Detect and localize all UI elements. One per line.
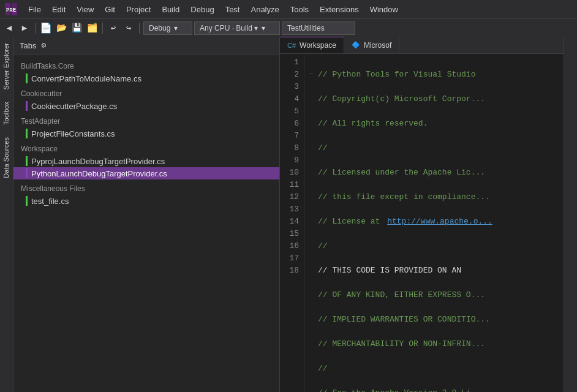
file-indicator-purple [26, 101, 28, 111]
fold-2 [309, 93, 315, 105]
editor-tab-bar: C# Workspace 🔷 Microsof [280, 37, 564, 54]
new-file-button[interactable]: 📄 [39, 21, 53, 35]
menu-git[interactable]: Git [100, 2, 120, 17]
back-button[interactable]: ◀ [2, 21, 16, 35]
code-line-2: // Copyright(c) Microsoft Corpor... [309, 93, 559, 105]
code-line-14: // See the Apache Version 2.0 Li... [309, 387, 559, 392]
code-line-12: // MERCHANTABILITY OR NON-INFRIN... [309, 338, 559, 350]
group-workspace: Workspace [13, 140, 279, 155]
save-button[interactable]: 💾 [70, 21, 83, 35]
code-line-9: // THIS CODE IS PROVIDED ON AN [309, 265, 559, 277]
menu-build[interactable]: Build [157, 2, 184, 17]
editor-tab-workspace[interactable]: C# Workspace [280, 37, 344, 53]
code-line-13: // [309, 363, 559, 375]
fold-10 [309, 289, 315, 301]
group-buildtasks: BuildTasks.Core [13, 57, 279, 72]
app-logo: PRE [2, 1, 20, 18]
menu-tools[interactable]: Tools [285, 2, 314, 17]
code-line-4: // [309, 142, 559, 154]
fold-14 [309, 387, 315, 392]
tab-label-workspace: Workspace [300, 41, 336, 50]
config-dropdown[interactable]: Debug ▾ [143, 21, 192, 35]
save-all-button[interactable]: 🗂️ [85, 21, 99, 35]
fold-4 [309, 142, 315, 154]
tabs-header: Tabs ⚙ [13, 37, 279, 55]
toolbar-sep-1 [35, 23, 36, 34]
fold-3 [309, 118, 315, 130]
forward-button[interactable]: ▶ [18, 21, 31, 35]
menu-project[interactable]: Project [121, 2, 156, 17]
redo-button[interactable]: ↪ [122, 21, 135, 35]
platform-dropdown[interactable]: Any CPU · Build ▾ ▾ [194, 21, 280, 35]
fold-1[interactable]: − [309, 69, 315, 81]
file-tree: BuildTasks.Core ConvertPathToModuleName.… [13, 55, 279, 392]
code-line-10: // OF ANY KIND, EITHER EXPRESS O... [309, 289, 559, 301]
code-line-1: −// Python Tools for Visual Studio [309, 69, 559, 81]
fold-6 [309, 191, 315, 203]
group-misc: Miscellaneous Files [13, 179, 279, 195]
undo-button[interactable]: ↩ [107, 21, 120, 35]
tree-item-convertpath[interactable]: ConvertPathToModuleName.cs [13, 72, 279, 85]
editor-tab-microsoft[interactable]: 🔷 Microsof [344, 37, 399, 53]
toolbar-sep-3 [139, 23, 140, 34]
code-line-11: // IMPLIED WARRANTIES OR CONDITIO... [309, 314, 559, 326]
tabs-gear-icon[interactable]: ⚙ [41, 40, 46, 50]
fold-12 [309, 338, 315, 350]
data-sources-tab[interactable]: Data Sources [0, 131, 13, 184]
code-line-3: // All rights reserved. [309, 118, 559, 130]
toolbar-sep-2 [102, 23, 103, 34]
main-area: Server Explorer Toolbox Data Sources Tab… [0, 37, 577, 392]
editor-content: 1 2 3 4 5 6 7 8 9 10 11 12 13 14 15 16 1… [280, 54, 564, 392]
toolbar: ◀ ▶ 📄 📂 💾 🗂️ ↩ ↪ Debug ▾ Any CPU · Build… [0, 18, 577, 37]
menu-analyze[interactable]: Analyze [246, 2, 284, 17]
menu-debug[interactable]: Debug [186, 2, 219, 17]
menu-window[interactable]: Window [365, 2, 403, 17]
svg-text:PRE: PRE [6, 7, 17, 13]
menu-test[interactable]: Test [221, 2, 245, 17]
code-line-7: // License at http://www.apache.o... [309, 216, 559, 228]
menu-view[interactable]: View [72, 2, 99, 17]
menu-extensions[interactable]: Extensions [315, 2, 364, 17]
server-explorer-tab[interactable]: Server Explorer [0, 37, 13, 96]
open-button[interactable]: 📂 [55, 21, 68, 35]
tab-label-microsoft: Microsof [364, 41, 391, 50]
toolbox-tab[interactable]: Toolbox [0, 96, 13, 131]
menu-bar: PRE File Edit View Git Project Build Deb… [0, 0, 577, 18]
file-indicator-green-4 [26, 196, 28, 206]
file-indicator-green-3 [26, 156, 28, 166]
line-numbers: 1 2 3 4 5 6 7 8 9 10 11 12 13 14 15 16 1… [280, 54, 304, 392]
tree-item-cookiecutter-pkg[interactable]: CookiecutterPackage.cs [13, 100, 279, 112]
right-panel [564, 37, 577, 392]
fold-11 [309, 314, 315, 326]
tree-item-python-launch-active[interactable]: PythonLaunchDebugTargetProvider.cs [13, 167, 279, 179]
fold-5 [309, 167, 315, 179]
code-line-5: // Licensed under the Apache Lic... [309, 167, 559, 179]
vertical-tabs-left: Server Explorer Toolbox Data Sources [0, 37, 13, 392]
menu-edit[interactable]: Edit [47, 2, 70, 17]
code-line-6: // this file except in compliance... [309, 191, 559, 203]
tree-item-projectfileconstants[interactable]: ProjectFileConstants.cs [13, 127, 279, 140]
fold-8 [309, 240, 315, 252]
tree-item-test-file[interactable]: test_file.cs [13, 195, 279, 207]
tab-cs-icon: C# [287, 42, 296, 49]
fold-7 [309, 216, 315, 228]
project-dropdown[interactable]: TestUtilities [282, 21, 355, 35]
group-testadapter: TestAdapter [13, 112, 279, 127]
group-cookiecutter: Cookiecutter [13, 85, 279, 100]
side-panel: Tabs ⚙ BuildTasks.Core ConvertPathToModu… [13, 37, 280, 392]
file-indicator-green-2 [26, 129, 28, 138]
fold-13 [309, 363, 315, 375]
tab-ms-icon: 🔷 [352, 41, 360, 49]
tabs-title: Tabs [20, 41, 36, 50]
code-editor[interactable]: −// Python Tools for Visual Studio // Co… [304, 54, 564, 392]
file-indicator-green [26, 74, 28, 83]
fold-9 [309, 265, 315, 277]
file-indicator-purple-2 [26, 168, 28, 178]
editor-area: C# Workspace 🔷 Microsof 1 2 3 4 5 6 7 8 … [280, 37, 564, 392]
tree-item-pyproj-launch[interactable]: PyprojLaunchDebugTargetProvider.cs [13, 155, 279, 167]
code-line-8: // [309, 240, 559, 252]
menu-file[interactable]: File [23, 2, 46, 17]
